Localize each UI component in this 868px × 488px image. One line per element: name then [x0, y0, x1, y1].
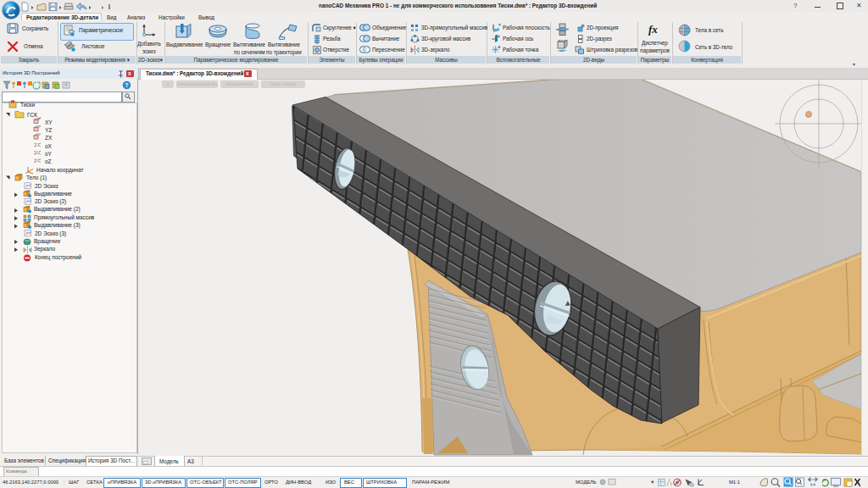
- svg-text:2D Эскиз (3): 2D Эскиз (3): [35, 230, 66, 237]
- svg-text:YZ: YZ: [45, 127, 52, 133]
- svg-text:Выдавливание (2): Выдавливание (2): [34, 206, 81, 213]
- svg-text:oZ: oZ: [45, 158, 52, 164]
- svg-text:Начало координат: Начало координат: [36, 167, 84, 174]
- svg-text:Тело (1): Тело (1): [26, 175, 47, 181]
- svg-text:XY: XY: [45, 119, 53, 125]
- svg-text:Выдавливание (3): Выдавливание (3): [34, 222, 81, 229]
- svg-text:Тиски: Тиски: [20, 102, 35, 108]
- svg-text:ГСК: ГСК: [27, 112, 37, 118]
- svg-text:Конец построений: Конец построений: [35, 254, 82, 261]
- svg-text:Прямоугольный массив: Прямоугольный массив: [34, 214, 95, 221]
- svg-text:Вращение: Вращение: [34, 238, 61, 245]
- svg-text:2D Эскиз (2): 2D Эскиз (2): [35, 198, 66, 205]
- svg-text:?: ?: [125, 82, 128, 88]
- svg-text:Выдавливание: Выдавливание: [34, 191, 72, 197]
- svg-text:Зеркало: Зеркало: [34, 246, 56, 252]
- svg-text:oY: oY: [45, 151, 53, 157]
- svg-text:oX: oX: [45, 143, 53, 149]
- svg-text:2D Эскиз: 2D Эскиз: [35, 183, 58, 189]
- svg-text:ZX: ZX: [45, 135, 53, 141]
